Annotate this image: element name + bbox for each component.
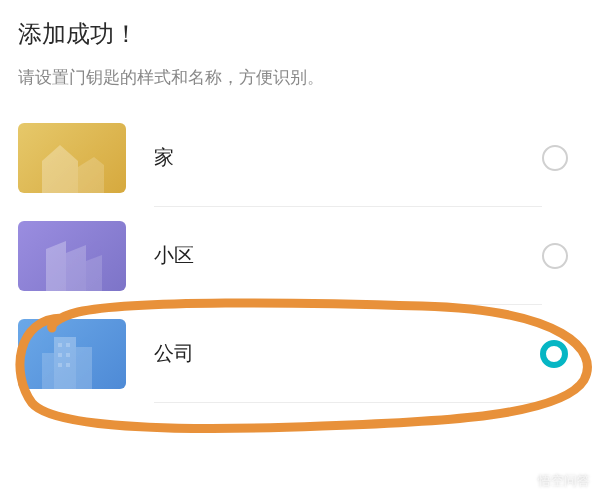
option-label-company: 公司 — [154, 340, 194, 367]
card-home — [18, 123, 126, 193]
label-col: 家 — [154, 109, 542, 207]
svg-rect-6 — [66, 353, 70, 357]
house-icon — [32, 137, 112, 193]
page-title: 添加成功！ — [18, 18, 582, 50]
svg-rect-0 — [54, 337, 76, 389]
svg-rect-4 — [66, 343, 70, 347]
option-row-community[interactable]: 小区 — [18, 207, 582, 305]
svg-rect-2 — [42, 353, 54, 389]
label-col: 公司 — [154, 305, 540, 403]
watermark: 悟空问答 — [518, 472, 590, 490]
office-building-icon — [32, 333, 112, 389]
svg-rect-5 — [58, 353, 62, 357]
option-label-community: 小区 — [154, 242, 194, 269]
page-subtitle: 请设置门钥匙的样式和名称，方便识别。 — [18, 66, 582, 89]
radio-company[interactable] — [540, 340, 568, 368]
svg-rect-3 — [58, 343, 62, 347]
label-col: 小区 — [154, 207, 542, 305]
watermark-text: 悟空问答 — [538, 472, 590, 490]
watermark-icon — [518, 473, 534, 489]
option-row-company[interactable]: 公司 — [18, 305, 582, 403]
svg-rect-8 — [66, 363, 70, 367]
card-company — [18, 319, 126, 389]
svg-rect-1 — [76, 347, 92, 389]
svg-rect-7 — [58, 363, 62, 367]
buildings-icon — [32, 235, 112, 291]
option-row-home[interactable]: 家 — [18, 109, 582, 207]
page-container: 添加成功！ 请设置门钥匙的样式和名称，方便识别。 家 小区 — [0, 0, 600, 403]
radio-community[interactable] — [542, 243, 568, 269]
card-community — [18, 221, 126, 291]
option-label-home: 家 — [154, 144, 174, 171]
radio-home[interactable] — [542, 145, 568, 171]
